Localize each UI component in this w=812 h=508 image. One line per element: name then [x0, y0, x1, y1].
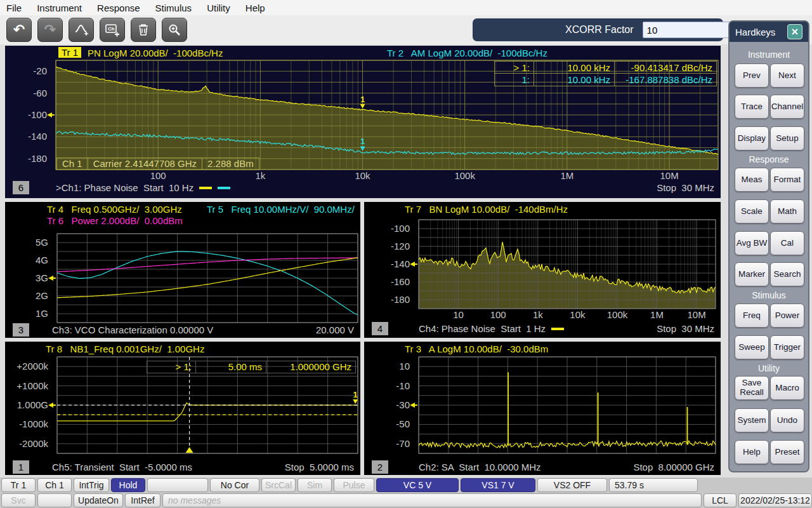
- trace8-label[interactable]: Tr 8 NB1_Freq 0.001GHz/ 1.00GHz: [46, 344, 204, 354]
- svg-text:-20: -20: [33, 65, 47, 76]
- trace7-legend-dash: [551, 328, 564, 330]
- bn-header: Tr 7 BN LogM 10.00dB/ -140dBm/Hz: [364, 202, 721, 216]
- panel-number: 4: [372, 322, 388, 335]
- vco-panel[interactable]: Tr 4 Freq 0.500GHz/ 3.00GHz Tr 5 Freq 10…: [5, 202, 360, 338]
- hardkey-save-recall[interactable]: Save Recall: [735, 376, 769, 400]
- svg-text:-100: -100: [391, 223, 410, 234]
- hardkey-avg-bw[interactable]: Avg BW: [735, 231, 769, 255]
- transient-header: Tr 8 NB1_Freq 0.001GHz/ 1.00GHz: [5, 342, 360, 356]
- marker-y: 1.000000 GHz: [266, 361, 356, 373]
- menu-file[interactable]: File: [6, 3, 22, 13]
- status-pulse[interactable]: Pulse: [334, 478, 374, 492]
- add-trace-button[interactable]: [69, 18, 94, 42]
- trace1-label[interactable]: PN LogM 20.00dB/ -100dBc/Hz: [88, 48, 223, 58]
- status-correction[interactable]: No Cor: [210, 478, 259, 492]
- baseband-noise-panel[interactable]: Tr 7 BN LogM 10.00dB/ -140dBm/Hz -100-12…: [364, 202, 721, 338]
- hardkey-search[interactable]: Search: [770, 262, 804, 286]
- menu-stimulus[interactable]: Stimulus: [155, 3, 192, 13]
- hardkey-meas[interactable]: Meas: [735, 168, 769, 192]
- sa-plot[interactable]: 10-10-30-50-70: [364, 356, 721, 461]
- xcorr-factor-label: XCORR Factor: [565, 24, 634, 36]
- hardkeys-close-button[interactable]: [787, 24, 802, 39]
- svg-text:1k: 1k: [255, 170, 265, 181]
- svg-text:-120: -120: [391, 241, 410, 251]
- hardkey-channel[interactable]: Channel: [770, 95, 804, 119]
- zoom-button[interactable]: [162, 18, 187, 42]
- hardkey-scale[interactable]: Scale: [735, 199, 769, 224]
- carrier-frequency: Carrier 2.41447708 GHz: [88, 157, 202, 170]
- section-stimulus: Stimulus: [730, 290, 808, 300]
- status-hold[interactable]: Hold: [111, 478, 145, 492]
- trace3-label[interactable]: Tr 3 A LogM 10.00dB/ -30.0dBm: [405, 344, 548, 354]
- vco-footer: 3 Ch3: VCO Characterization 0.00000 V 20…: [5, 323, 360, 338]
- hardkey-format[interactable]: Format: [770, 168, 804, 192]
- add-channel-button[interactable]: Ch: [100, 18, 125, 42]
- hardkey-freq[interactable]: Freq: [735, 304, 769, 328]
- bn-plot[interactable]: -100-120-140-160-180101001k10k100k1M10M: [364, 216, 721, 323]
- zoom-in-icon: [167, 23, 181, 37]
- trace6-label[interactable]: Tr 6 Power 2.000dB/ 0.00dBm: [47, 215, 183, 226]
- hardkey-sweep[interactable]: Sweep: [735, 335, 769, 359]
- menu-response[interactable]: Response: [97, 3, 140, 13]
- hardkey-next[interactable]: Next: [770, 64, 804, 88]
- status-svc: Svc: [1, 493, 36, 507]
- hardkey-math[interactable]: Math: [770, 199, 804, 224]
- hardkey-help[interactable]: Help: [735, 440, 769, 464]
- hardkey-power[interactable]: Power: [770, 304, 804, 328]
- svg-text:Ch: Ch: [108, 26, 115, 32]
- marker-id: > 1:: [494, 61, 534, 74]
- trace2-label[interactable]: Tr 2 AM LogM 20.00dB/ -100dBc/Hz: [387, 48, 547, 58]
- phase-noise-panel[interactable]: Tr 1 PN LogM 20.00dB/ -100dBc/Hz Tr 2 AM…: [5, 46, 721, 198]
- menu-help[interactable]: Help: [246, 3, 265, 13]
- channel-sweep-info: Ch5: Transient Start -5.0000 ms: [52, 462, 192, 472]
- hardkey-cal[interactable]: Cal: [770, 231, 804, 255]
- svg-text:1M: 1M: [560, 170, 573, 181]
- transient-panel[interactable]: Tr 8 NB1_Freq 0.001GHz/ 1.00GHz +2000k+1…: [5, 342, 360, 475]
- status-messages: no messages: [162, 493, 702, 507]
- toolbar: ↶ ↷ Ch: [0, 15, 812, 44]
- trace2-legend-dash: [218, 187, 230, 189]
- status-blank: [147, 478, 208, 492]
- spectrum-panel[interactable]: Tr 3 A LogM 10.00dB/ -30.0dBm 10-10-30-5…: [364, 342, 721, 475]
- status-reference[interactable]: IntRef: [125, 493, 160, 507]
- svg-text:-10: -10: [396, 380, 410, 391]
- hardkey-system[interactable]: System: [735, 408, 769, 432]
- hardkey-preset[interactable]: Preset: [770, 440, 804, 464]
- menu-utility[interactable]: Utility: [207, 3, 230, 13]
- delete-button[interactable]: [131, 18, 156, 42]
- hardkey-trace[interactable]: Trace: [735, 95, 769, 119]
- status-trace[interactable]: Tr 1: [1, 478, 36, 492]
- status-sim[interactable]: Sim: [298, 478, 332, 492]
- hardkey-undo[interactable]: Undo: [770, 408, 804, 432]
- hardkey-setup[interactable]: Setup: [770, 126, 804, 150]
- trace5-label[interactable]: Tr 5 Freq 10.00MHz/V/ 90.0MHz/: [207, 204, 355, 215]
- panel-number: 6: [13, 181, 29, 194]
- panel-number: 1: [13, 460, 29, 474]
- hardkey-trigger[interactable]: Trigger: [770, 335, 804, 359]
- status-vc[interactable]: VC 5 V: [376, 478, 459, 492]
- svg-text:-140: -140: [391, 258, 410, 269]
- trace7-label[interactable]: Tr 7 BN LogM 10.00dB/ -140dBm/Hz: [405, 204, 568, 215]
- svg-text:100k: 100k: [454, 170, 475, 181]
- hardkey-macro[interactable]: Macro: [770, 376, 804, 400]
- carrier-channel: Ch 1: [56, 157, 88, 170]
- menu-instrument[interactable]: Instrument: [37, 3, 82, 13]
- status-trigger-source[interactable]: IntTrig: [74, 478, 109, 492]
- svg-text:100: 100: [490, 309, 506, 320]
- marker-readout-table: > 1: 10.00 kHz -90.413417 dBc/Hz 1: 10.0…: [494, 61, 717, 86]
- svg-text:-50: -50: [396, 418, 410, 429]
- redo-button[interactable]: ↷: [37, 18, 63, 42]
- status-vs2[interactable]: VS2 OFF: [537, 478, 607, 492]
- status-vs1[interactable]: VS1 7 V: [461, 478, 535, 492]
- status-srccal[interactable]: SrcCal: [261, 478, 296, 492]
- undo-button[interactable]: ↶: [6, 18, 32, 42]
- hardkey-prev[interactable]: Prev: [735, 64, 769, 88]
- hardkey-display[interactable]: Display: [735, 126, 769, 150]
- status-update[interactable]: UpdateOn: [74, 493, 123, 507]
- trace1-chip[interactable]: Tr 1: [58, 47, 81, 58]
- hardkey-marker[interactable]: Marker: [735, 262, 769, 286]
- vco-plot[interactable]: 5G4G3G2G1G: [5, 227, 360, 324]
- trace4-label[interactable]: Tr 4 Freq 0.500GHz/ 3.00GHz: [47, 204, 182, 215]
- status-channel[interactable]: Ch 1: [37, 478, 72, 492]
- svg-text:-2000k: -2000k: [19, 438, 48, 449]
